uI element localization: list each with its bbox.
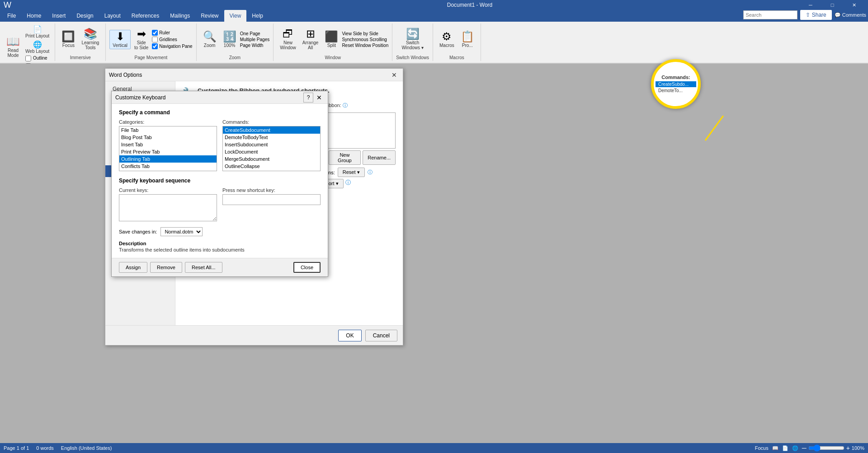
- tab-mailings[interactable]: Mailings: [165, 10, 195, 22]
- zoom-out-btn[interactable]: ─: [802, 444, 807, 452]
- comments-button[interactable]: 💬 Comments: [835, 12, 866, 18]
- reset-all-btn[interactable]: Reset All...: [185, 262, 222, 273]
- zoom-100-btn[interactable]: 🔢 100%: [220, 30, 239, 49]
- tab-home[interactable]: Home: [21, 10, 47, 22]
- cmd-create-subdocument[interactable]: CreateSubdocument: [223, 126, 320, 134]
- outline-checkbox[interactable]: [25, 56, 31, 61]
- tab-design[interactable]: Design: [71, 10, 99, 22]
- reset-btn[interactable]: Reset ▾: [338, 168, 365, 177]
- tab-file[interactable]: File: [2, 10, 21, 22]
- page-info: Page 1 of 1: [4, 445, 29, 451]
- word-options-close-btn[interactable]: ✕: [389, 70, 399, 80]
- assign-btn[interactable]: Assign: [119, 262, 147, 273]
- tab-references[interactable]: References: [126, 10, 165, 22]
- new-window-btn[interactable]: 🗗 NewWindow: [277, 28, 299, 51]
- web-layout-icon: 🌐: [33, 40, 42, 49]
- focus-btn[interactable]: 🔲 Focus: [59, 30, 78, 49]
- save-changes-select[interactable]: Normal.dotm: [160, 227, 203, 236]
- ck-sequence-row: Current keys: Press new shortcut key:: [119, 187, 321, 223]
- close-btn[interactable]: ✕: [844, 0, 864, 10]
- web-layout-btn[interactable]: 🌐 Web Layout: [24, 40, 51, 54]
- view-mode-web[interactable]: 🌐: [792, 445, 798, 451]
- immersive-group-label: Immersive: [70, 54, 91, 60]
- cancel-btn[interactable]: Cancel: [365, 330, 397, 341]
- reset-window-position-btn[interactable]: Reset Window Position: [342, 43, 388, 48]
- category-insert-tab[interactable]: Insert Tab: [119, 141, 217, 148]
- share-button[interactable]: ⇧ Share: [800, 10, 831, 20]
- navigation-pane-checkbox[interactable]: [152, 43, 158, 49]
- view-mode-print[interactable]: 📄: [782, 445, 788, 451]
- category-file-tab[interactable]: File Tab: [119, 126, 217, 134]
- tab-help[interactable]: Help: [246, 10, 269, 22]
- current-keys-textbox[interactable]: [119, 194, 217, 221]
- ruler-checkbox[interactable]: [152, 30, 158, 36]
- category-background-removal-tab[interactable]: Background Removal Tab: [119, 170, 217, 171]
- customize-ribbon-info[interactable]: ⓘ: [343, 103, 348, 108]
- word-count: 0 words: [36, 445, 54, 451]
- ribbon-content: 📖 ReadMode 📄 Print Layout 🌐 Web Layout O…: [0, 22, 868, 63]
- ck-current-keys-col: Current keys:: [119, 187, 217, 223]
- import-export-info[interactable]: ⓘ: [345, 179, 351, 188]
- vertical-btn[interactable]: ⬇ Vertical: [109, 30, 131, 49]
- arrange-all-btn[interactable]: ⊞ ArrangeAll: [300, 28, 321, 51]
- ck-commands-col: Commands: CreateSubdocument DemoteToBody…: [222, 119, 321, 171]
- view-side-by-side-btn[interactable]: View Side by Side: [342, 31, 388, 36]
- tab-view[interactable]: View: [224, 10, 247, 22]
- focus-label[interactable]: Focus: [755, 445, 769, 451]
- macros-btn[interactable]: ⚙ Macros: [437, 30, 457, 49]
- tab-insert[interactable]: Insert: [47, 10, 71, 22]
- pro-btn[interactable]: 📋 Pro...: [458, 30, 477, 49]
- tab-review[interactable]: Review: [195, 10, 224, 22]
- reset-info[interactable]: ⓘ: [368, 169, 373, 176]
- learning-tools-btn[interactable]: 📚 LearningTools: [79, 28, 102, 51]
- rename-btn[interactable]: Rename...: [363, 150, 396, 165]
- cmd-outline-demote[interactable]: OutlineDemote: [223, 170, 320, 171]
- views-buttons: 📖 ReadMode 📄 Print Layout 🌐 Web Layout O…: [4, 24, 51, 70]
- gridlines-checkbox[interactable]: [152, 37, 158, 42]
- cmd-lock-document[interactable]: LockDocument: [223, 148, 320, 155]
- category-blog-post-tab[interactable]: Blog Post Tab: [119, 134, 217, 141]
- one-page-btn[interactable]: One Page: [240, 31, 270, 36]
- magnifier-item1: CreateSubdo...: [656, 81, 696, 87]
- immersive-buttons: 🔲 Focus 📚 LearningTools: [59, 24, 102, 54]
- category-conflicts-tab[interactable]: Conflicts Tab: [119, 163, 217, 170]
- ck-categories-col: Categories: File Tab Blog Post Tab Inser…: [119, 119, 217, 171]
- ck-help-btn[interactable]: ?: [303, 93, 313, 103]
- zoom-slider[interactable]: [808, 444, 844, 452]
- read-mode-icon: 📖: [6, 36, 20, 47]
- cmd-merge-subdocument[interactable]: MergeSubdocument: [223, 155, 320, 163]
- read-mode-btn[interactable]: 📖 ReadMode: [4, 35, 23, 59]
- ok-btn[interactable]: OK: [338, 330, 361, 341]
- tab-layout[interactable]: Layout: [99, 10, 126, 22]
- new-group-btn[interactable]: New Group: [329, 150, 361, 165]
- category-print-preview-tab[interactable]: Print Preview Tab: [119, 148, 217, 155]
- print-layout-btn[interactable]: 📄 Print Layout: [24, 24, 51, 39]
- category-outlining-tab[interactable]: Outlining Tab: [119, 155, 217, 163]
- view-mode-read[interactable]: 📖: [772, 445, 778, 451]
- ck-close-btn[interactable]: ✕: [314, 93, 324, 103]
- cmd-demote-to-body-text[interactable]: DemoteToBodyText: [223, 134, 320, 141]
- split-btn[interactable]: ⬛ Split: [322, 30, 341, 49]
- window-buttons: 🗗 NewWindow ⊞ ArrangeAll ⬛ Split View Si…: [277, 24, 388, 54]
- new-shortcut-input[interactable]: [222, 194, 321, 205]
- macros-icon: ⚙: [442, 31, 452, 42]
- minimize-btn[interactable]: ─: [800, 0, 821, 10]
- cmd-insert-subdocument[interactable]: InsertSubdocument: [223, 141, 320, 148]
- multiple-pages-btn[interactable]: Multiple Pages: [240, 37, 270, 42]
- arrange-all-icon: ⊞: [306, 28, 315, 39]
- close-btn-ck[interactable]: Close: [293, 262, 321, 273]
- side-to-side-btn[interactable]: ➡ Sideto Side: [132, 28, 151, 51]
- page-width-btn[interactable]: Page Width: [240, 43, 270, 48]
- maximize-btn[interactable]: □: [822, 0, 843, 10]
- zoom-btn[interactable]: 🔍 Zoom: [200, 30, 219, 49]
- zoom-group-label: Zoom: [229, 54, 241, 60]
- ck-controls: ? ✕: [303, 93, 324, 103]
- ribbon-group-views: 📖 ReadMode 📄 Print Layout 🌐 Web Layout O…: [0, 23, 55, 61]
- remove-btn[interactable]: Remove: [150, 262, 182, 273]
- search-input[interactable]: [743, 10, 797, 19]
- synchronous-scrolling-btn[interactable]: Synchronous Scrolling: [342, 37, 388, 42]
- cmd-outline-collapse[interactable]: OutlineCollapse: [223, 163, 320, 170]
- zoom-in-btn[interactable]: +: [846, 444, 850, 452]
- switch-windows-btn[interactable]: 🔄 SwitchWindows ▾: [399, 28, 426, 51]
- ribbon-group-page-movement: ⬇ Vertical ➡ Sideto Side Ruler Gridlines…: [106, 23, 196, 61]
